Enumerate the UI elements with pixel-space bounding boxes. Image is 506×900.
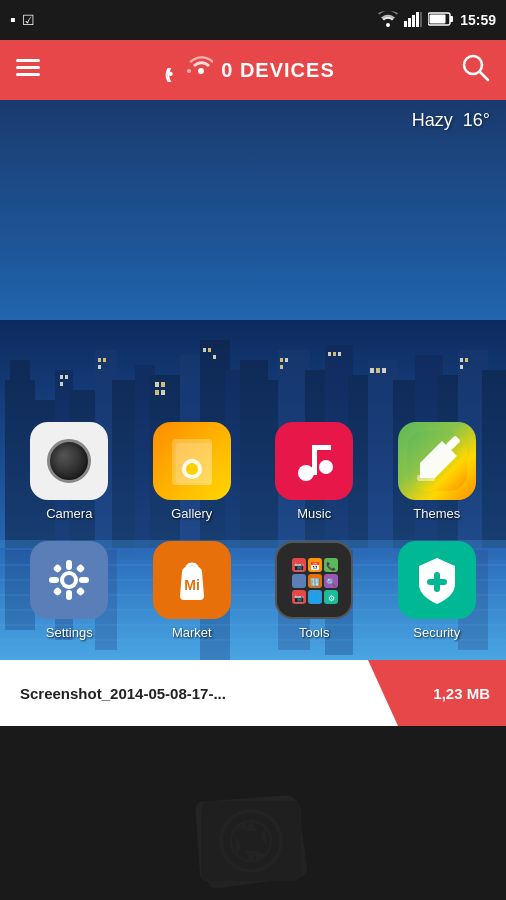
svg-rect-64 <box>376 368 380 373</box>
app-gallery[interactable]: Gallery <box>131 412 254 531</box>
svg-text:🔢: 🔢 <box>310 577 320 587</box>
tools-label: Tools <box>299 625 329 640</box>
wifi-icon <box>378 11 398 30</box>
gallery-icon <box>153 422 231 500</box>
settings-icon <box>30 541 108 619</box>
status-left-icons: ▪ ☑ <box>10 11 35 29</box>
svg-text:🌐: 🌐 <box>310 593 320 603</box>
svg-point-88 <box>319 460 333 474</box>
device-count: 0 DEVICES <box>221 59 334 82</box>
file-name: Screenshot_2014-05-08-17-... <box>20 685 226 702</box>
security-icon <box>398 541 476 619</box>
app-bar: ((• 0 DEVICES <box>0 40 506 100</box>
svg-rect-50 <box>280 358 283 362</box>
svg-point-97 <box>64 575 74 585</box>
svg-rect-128 <box>427 579 447 585</box>
svg-point-87 <box>298 465 314 481</box>
svg-text:📅: 📅 <box>310 561 320 571</box>
bottom-area <box>0 726 506 900</box>
svg-rect-53 <box>328 352 331 356</box>
app-bar-title: ((• 0 DEVICES <box>165 51 334 90</box>
svg-rect-94 <box>417 475 435 481</box>
svg-point-12 <box>187 69 191 73</box>
music-label: Music <box>297 506 331 521</box>
app-music[interactable]: Music <box>253 412 376 531</box>
checkbox-icon: ☑ <box>22 12 35 28</box>
market-icon: Mi <box>153 541 231 619</box>
themes-label: Themes <box>413 506 460 521</box>
weather-condition: Hazy <box>412 110 453 130</box>
file-bar: Screenshot_2014-05-08-17-... 1,23 MB <box>0 660 506 726</box>
svg-rect-132 <box>201 801 301 881</box>
app-tools[interactable]: 📷 📅 📞 🔢 🔍 📷 🌐 ⚙ Tools <box>253 531 376 650</box>
svg-rect-60 <box>161 382 165 387</box>
weather-display: Hazy 16° <box>412 110 490 131</box>
svg-rect-47 <box>203 348 206 352</box>
svg-rect-3 <box>416 12 419 27</box>
svg-point-11 <box>198 68 204 74</box>
camera-icon <box>30 422 108 500</box>
svg-rect-9 <box>16 66 40 69</box>
svg-marker-129 <box>368 660 418 726</box>
market-label: Market <box>172 625 212 640</box>
svg-rect-1 <box>408 18 411 27</box>
svg-rect-98 <box>66 560 72 570</box>
app-security[interactable]: Security <box>376 531 499 650</box>
svg-rect-90 <box>312 445 331 450</box>
svg-rect-101 <box>79 577 89 583</box>
svg-line-15 <box>480 72 488 80</box>
svg-text:🔍: 🔍 <box>326 577 336 587</box>
svg-rect-7 <box>430 14 446 23</box>
battery-icon <box>428 12 454 29</box>
app-grid: Camera <box>0 412 506 650</box>
svg-rect-112 <box>292 574 306 588</box>
svg-rect-63 <box>370 368 374 373</box>
svg-rect-99 <box>66 590 72 600</box>
app-market[interactable]: Mi Market <box>131 531 254 650</box>
settings-label: Settings <box>46 625 93 640</box>
svg-rect-10 <box>16 73 40 76</box>
themes-icon <box>398 422 476 500</box>
svg-rect-51 <box>285 358 288 362</box>
gallery-label: Gallery <box>171 506 212 521</box>
svg-rect-65 <box>382 368 386 373</box>
signal-icon <box>404 11 422 30</box>
notification-icon: ▪ <box>10 11 16 29</box>
search-button[interactable] <box>460 52 490 89</box>
main-content: Hazy 16° Camera <box>0 100 506 660</box>
svg-rect-45 <box>103 358 106 362</box>
svg-rect-0 <box>404 21 407 27</box>
security-label: Security <box>413 625 460 640</box>
svg-rect-58 <box>460 365 463 369</box>
svg-rect-8 <box>16 59 40 62</box>
svg-rect-46 <box>98 365 101 369</box>
app-camera[interactable]: Camera <box>8 412 131 531</box>
wifi-brand-icon: ((• <box>165 51 213 90</box>
app-themes[interactable]: Themes <box>376 412 499 531</box>
menu-button[interactable] <box>16 57 40 83</box>
svg-rect-4 <box>420 12 422 27</box>
svg-rect-48 <box>208 348 211 352</box>
camera-overlay-icon <box>183 773 323 900</box>
svg-rect-42 <box>65 375 68 379</box>
svg-rect-2 <box>412 15 415 27</box>
camera-lens <box>47 439 91 483</box>
time-display: 15:59 <box>460 12 496 28</box>
svg-text:📷: 📷 <box>294 561 304 571</box>
camera-label: Camera <box>46 506 92 521</box>
svg-text:Mi: Mi <box>184 577 200 593</box>
tools-icon: 📷 📅 📞 🔢 🔍 📷 🌐 ⚙ <box>275 541 353 619</box>
svg-rect-61 <box>155 390 159 395</box>
app-settings[interactable]: Settings <box>8 531 131 650</box>
status-right-icons: 15:59 <box>378 11 496 30</box>
status-bar: ▪ ☑ 15 <box>0 0 506 40</box>
svg-text:📷: 📷 <box>294 593 304 603</box>
music-icon <box>275 422 353 500</box>
svg-rect-49 <box>213 355 216 359</box>
svg-rect-6 <box>450 16 453 22</box>
svg-rect-59 <box>155 382 159 387</box>
svg-rect-43 <box>60 382 63 386</box>
svg-rect-57 <box>465 358 468 362</box>
svg-rect-56 <box>460 358 463 362</box>
svg-rect-100 <box>49 577 59 583</box>
